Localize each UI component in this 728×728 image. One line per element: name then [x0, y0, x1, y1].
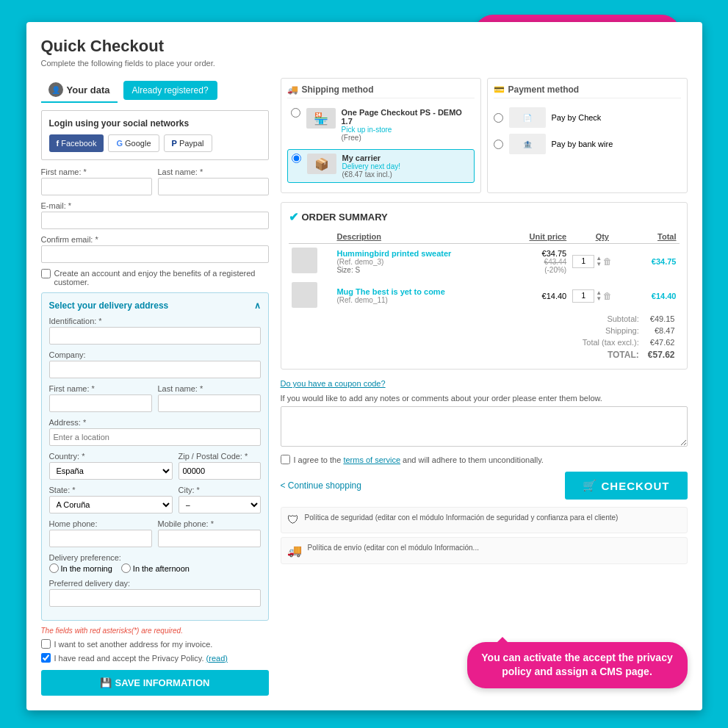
privacy-read-link[interactable]: (read): [206, 654, 228, 663]
shipping-policy: 🚚 Política de envío (editar con el módul…: [281, 537, 688, 564]
credit-icon: 💳: [494, 84, 505, 95]
payment-method-header: 💳 Payment method: [494, 84, 681, 98]
col-qty: Qty: [569, 230, 635, 244]
shipping-img-1: 📦: [307, 154, 336, 174]
last-name-input[interactable]: [158, 178, 269, 195]
delete-icon-0[interactable]: 🗑: [603, 256, 612, 267]
privacy-checkbox[interactable]: [41, 653, 51, 663]
security-policy: 🛡 Política de seguridad (editar con el m…: [281, 507, 688, 533]
product-ref-1: (Ref. demo_11): [336, 296, 504, 304]
qty-input-0[interactable]: [572, 255, 594, 268]
save-information-button[interactable]: 💾 SAVE INFORMATION: [41, 670, 269, 696]
confirm-email-group: Confirm email: *: [41, 235, 269, 263]
payment-option-1[interactable]: 🏦 Pay by bank wire: [494, 131, 681, 157]
state-select[interactable]: A Coruña: [49, 496, 173, 513]
home-phone-input[interactable]: [49, 530, 152, 547]
create-account-row: Create an account and enjoy the benefits…: [41, 269, 269, 286]
privacy-policy-bubble: You can activate the accept the privacy …: [467, 642, 688, 688]
confirm-email-input[interactable]: [41, 245, 269, 263]
afternoon-radio[interactable]: [121, 563, 131, 573]
order-row-0: Hummingbird printed sweater (Ref. demo_3…: [289, 244, 680, 279]
social-login-box: Login using your social networks f Faceb…: [41, 110, 269, 160]
social-buttons: f Facebook G Google P Paypal: [49, 134, 261, 152]
tax-excl-label: Total (tax excl.):: [578, 336, 644, 348]
paypal-button[interactable]: P Paypal: [164, 134, 212, 152]
notes-textarea[interactable]: [281, 406, 688, 447]
order-summary-header: ✔ ORDER SUMMARY: [289, 210, 680, 224]
google-button[interactable]: G Google: [108, 134, 159, 152]
shipping-radio-1[interactable]: [292, 154, 301, 163]
afternoon-radio-item: In the afternoon: [121, 563, 190, 573]
confirm-email-label: Confirm email: *: [41, 235, 269, 244]
payment-option-0[interactable]: 📄 Pay by Check: [494, 104, 681, 131]
terms-row: I agree to the terms of service and will…: [281, 455, 688, 464]
payment-radio-0[interactable]: [494, 113, 503, 123]
invoice-checkbox[interactable]: [41, 639, 51, 649]
qty-arrows-1: ▲ ▼: [596, 290, 602, 302]
product-img-0: [292, 248, 317, 273]
col-total: Total: [635, 230, 679, 244]
checkmark-icon: ✔: [289, 210, 298, 224]
continue-shopping-link[interactable]: < Continue shopping: [281, 480, 361, 491]
city-select[interactable]: –: [179, 496, 261, 513]
shipping-option-0[interactable]: 🏪 One Page Checkout PS - DEMO 1.7 Pick u…: [287, 104, 475, 145]
product-total-0: €34.75: [635, 244, 679, 279]
shipping-value: €8.47: [644, 325, 680, 336]
required-note: The fields with red asterisks(*) are req…: [41, 627, 269, 635]
del-last-name-label: Last name: *: [158, 384, 261, 393]
payment-radio-1[interactable]: [494, 140, 503, 149]
company-input[interactable]: [49, 361, 261, 378]
page-subtitle: Complete the following fields to place y…: [41, 59, 688, 68]
qty-down-0[interactable]: ▼: [596, 262, 602, 267]
name-row: First name: * Last name: *: [41, 167, 269, 195]
zip-input[interactable]: [179, 462, 261, 480]
qty-down-1[interactable]: ▼: [596, 296, 602, 302]
del-last-name-input[interactable]: [158, 394, 261, 412]
mobile-phone-label: Mobile phone: *: [158, 519, 261, 528]
last-name-label: Last name: *: [158, 167, 269, 176]
email-input[interactable]: [41, 212, 269, 229]
identification-input[interactable]: [49, 327, 261, 345]
shipping-option-1[interactable]: 📦 My carrier Delivery next day! (€8.47 t…: [287, 149, 475, 183]
tab-already-registered[interactable]: Already registered?: [123, 81, 217, 100]
shipping-sub-0: Pick up in-store: [342, 126, 471, 134]
paypal-icon: P: [172, 139, 177, 148]
total-value: €57.62: [644, 348, 680, 361]
tab-your-data[interactable]: 👤 Your data: [41, 78, 118, 103]
create-account-checkbox[interactable]: [41, 269, 51, 278]
payment-name-1: Pay by bank wire: [552, 140, 613, 148]
coupon-link[interactable]: Do you have a coupon code?: [281, 379, 386, 388]
terms-checkbox[interactable]: [281, 455, 290, 464]
zip-label: Zip / Postal Code: *: [179, 452, 261, 461]
google-icon: G: [116, 139, 123, 148]
preferred-delivery-input[interactable]: [49, 589, 261, 607]
shipping-price-1: (€8.47 tax incl.): [342, 170, 400, 179]
delete-icon-1[interactable]: 🗑: [603, 291, 612, 301]
order-row-1: Mug The best is yet to come (Ref. demo_1…: [289, 278, 680, 313]
shipping-label: Shipping:: [578, 325, 644, 336]
collapse-icon[interactable]: ∧: [254, 300, 261, 311]
terms-link[interactable]: terms of service: [343, 455, 400, 464]
social-login-title: Login using your social networks: [49, 118, 261, 129]
product-price-1: €14.40: [511, 292, 567, 300]
first-name-input[interactable]: [41, 178, 152, 195]
subtotal-label: Subtotal:: [578, 313, 644, 325]
checkout-button[interactable]: 🛒 CHECKOUT: [565, 472, 688, 500]
product-original-price-0: €43.44: [511, 258, 567, 266]
del-first-name-input[interactable]: [49, 394, 152, 412]
facebook-button[interactable]: f Facebook: [49, 134, 104, 152]
qty-arrows-0: ▲ ▼: [596, 256, 602, 267]
qty-input-1[interactable]: [572, 289, 594, 303]
morning-radio-item: In the morning: [49, 563, 112, 573]
country-select[interactable]: España: [49, 462, 173, 480]
morning-radio[interactable]: [49, 563, 59, 573]
shipping-radio-0[interactable]: [291, 108, 300, 118]
payment-name-0: Pay by Check: [552, 113, 602, 122]
shipping-img-0: 🏪: [306, 108, 336, 129]
shipping-method-header: 🚚 Shipping method: [287, 84, 475, 98]
mobile-phone-input[interactable]: [158, 530, 261, 547]
state-label: State: *: [49, 486, 173, 494]
address-input[interactable]: [49, 428, 261, 446]
shipping-method-box: 🚚 Shipping method 🏪 One Page Checkout PS…: [281, 78, 481, 193]
order-table: Description Unit price Qty Total Humming…: [289, 230, 680, 313]
